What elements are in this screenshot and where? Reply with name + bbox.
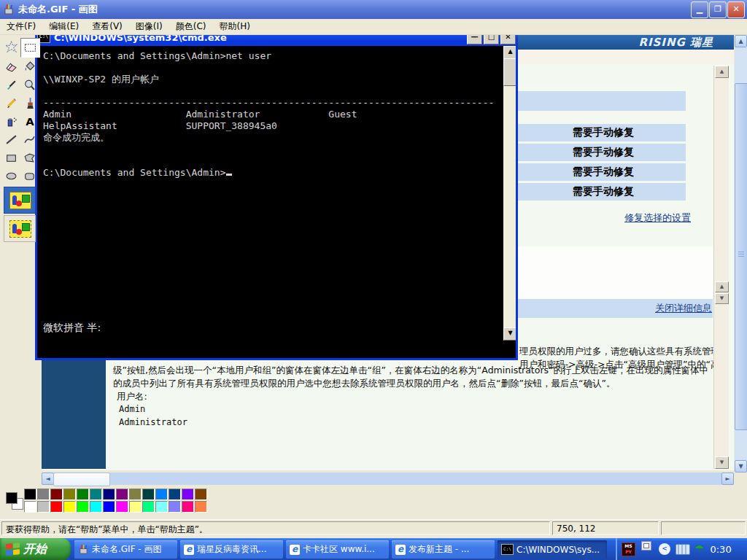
repair-status-label: 需要手动修复 [573,146,634,159]
palette-color[interactable] [50,489,63,500]
opaque-selection-icon [9,192,31,209]
console-output: C:\Documents and Settings\Admin>net user… [43,50,494,179]
palette-color[interactable] [169,501,181,513]
taskbar-item-kaka-forum[interactable]: e 卡卡社区 www.i... [286,540,389,559]
cmd-scrollbar[interactable]: ▲ ▼ [503,46,516,341]
cmd-scroll-thumb[interactable] [503,58,516,86]
hide-icons-chevron-icon[interactable]: < [659,543,670,555]
palette-color[interactable] [24,501,36,513]
magnifier-tool-icon[interactable] [20,76,39,94]
paint-titlebar[interactable]: 未命名.GIF - 画图 ▁ ❐ ✕ [0,0,747,19]
scroll-down-icon[interactable]: ▼ [503,327,516,341]
ellipse-tool-icon[interactable] [2,167,20,185]
console-line [43,62,494,74]
palette-color[interactable] [103,501,115,513]
palette-color[interactable] [90,501,102,513]
color-palette [24,489,208,513]
palette-color[interactable] [77,489,89,500]
canvas-horizontal-scrollbar[interactable]: ◄ ► [42,472,734,485]
text-tool-icon[interactable]: A [20,112,39,131]
menu-image[interactable]: 图像(I) [129,19,169,34]
menu-file[interactable]: 文件(F) [0,19,42,34]
rounded-rectangle-tool-icon[interactable] [20,167,39,185]
username-value: Admin [119,404,145,414]
palette-color[interactable] [155,489,168,500]
rectangle-tool-icon[interactable] [2,149,20,167]
vertical-scroll-thumb[interactable] [735,83,747,430]
minimize-button[interactable]: ▁ [691,1,708,18]
transparent-selection-option[interactable] [4,215,36,242]
palette-color[interactable] [50,501,63,513]
palette-color[interactable] [24,489,36,500]
scroll-right-icon[interactable]: ► [721,472,734,485]
brush-tool-icon[interactable] [20,94,39,112]
scroll-down-icon[interactable]: ▼ [735,460,747,472]
username-label: 用户名: [117,391,147,403]
select-tool-icon[interactable] [20,38,40,58]
palette-color[interactable] [195,501,207,513]
rising-umbrella-tray-icon[interactable]: ☂ [694,542,704,556]
palette-color[interactable] [63,489,76,500]
taskbar-item-rising-news[interactable]: e 瑞星反病毒资讯... [180,540,283,559]
scroll-up-icon[interactable]: ▲ [735,35,747,47]
horizontal-scroll-thumb[interactable] [53,472,110,486]
scroll-up-icon[interactable]: ▲ [503,46,516,59]
palette-color[interactable] [155,501,168,513]
console-area[interactable]: C:\Documents and Settings\Admin>net user… [37,46,516,341]
console-prompt-line: C:\Documents and Settings\Admin> [43,167,494,179]
eraser-tool-icon[interactable] [2,58,20,76]
palette-color[interactable] [90,489,102,500]
palette-color[interactable] [37,501,50,513]
tray-clock: 0:30 [710,544,731,555]
ie-icon: e [290,545,300,555]
palette-color[interactable] [37,489,50,500]
opaque-selection-option[interactable] [4,187,36,214]
taskbar-item-paint[interactable]: 未命名.GIF - 画图 [74,540,177,559]
restore-button[interactable]: ❐ [709,1,727,18]
palette-color[interactable] [77,501,89,513]
menu-colors[interactable]: 颜色(C) [169,19,213,34]
palette-color[interactable] [142,501,155,513]
palette-color[interactable] [142,489,155,500]
palette-color[interactable] [195,489,207,500]
palette-color[interactable] [116,489,128,500]
palette-color[interactable] [103,489,115,500]
cmd-icon: C:\ [501,544,514,555]
palette-color[interactable] [129,489,142,500]
taskbar-item-new-topic[interactable]: e 发布新主题 - ... [392,540,495,559]
keyboard-input-icon[interactable] [676,544,690,555]
line-tool-icon[interactable] [2,131,20,149]
ime-toolbar-icon[interactable] [641,541,651,551]
svg-text:A: A [26,115,34,128]
airbrush-tool-icon[interactable] [2,112,20,131]
mspy-ime-icon[interactable]: MSPY [622,542,635,556]
polygon-tool-icon[interactable] [20,149,39,167]
status-cursor-coords: 750, 112 [552,521,659,535]
fill-tool-icon[interactable] [20,58,39,76]
close-button[interactable]: ✕ [727,1,745,18]
menu-help[interactable]: 帮助(H) [212,19,256,34]
repair-status-label: 需要手动修复 [573,166,634,179]
freeform-select-tool-icon[interactable] [2,38,20,56]
pencil-tool-icon[interactable] [2,94,20,112]
ie-icon: e [184,545,194,555]
windows-flag-icon [6,542,20,556]
menu-view[interactable]: 查看(V) [85,19,129,34]
palette-color[interactable] [169,489,181,500]
palette-color[interactable] [182,501,194,513]
close-details-link: 关闭详细信息 [655,302,712,315]
taskbar-item-label: 未命名.GIF - 画图 [92,543,162,556]
palette-color[interactable] [129,501,142,513]
palette-color[interactable] [63,501,76,513]
palette-color[interactable] [116,501,128,513]
selection-options [4,187,36,244]
cmd-window: C:\ C:\WINDOWS\system32\cmd.exe — □ ✕ C:… [35,46,518,360]
taskbar-item-cmd[interactable]: C:\ C:\WINDOWS\sys... [498,540,607,559]
menu-edit[interactable]: 编辑(E) [42,19,85,34]
canvas-vertical-scrollbar[interactable]: ▲ ▼ [735,35,747,472]
palette-color[interactable] [182,489,194,500]
curve-tool-icon[interactable] [20,131,39,149]
color-picker-tool-icon[interactable] [2,76,20,94]
start-button[interactable]: 开始 [0,538,71,560]
scroll-left-icon[interactable]: ◄ [42,472,54,485]
